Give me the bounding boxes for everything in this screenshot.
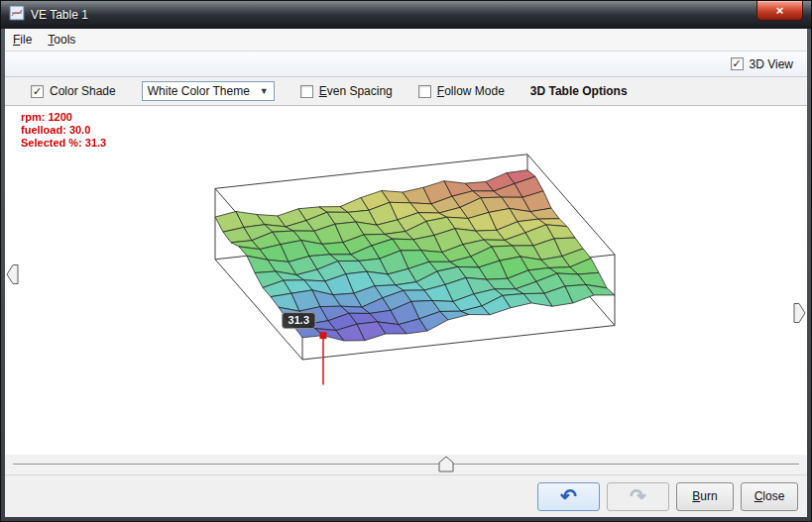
view-bar: ✓ 3D View <box>5 52 807 77</box>
window-content: File Tools ✓ 3D View ✓ Color Shade White… <box>5 29 807 517</box>
right-rotate-slider-thumb[interactable] <box>793 302 806 328</box>
readout-selected: Selected %: 31.3 <box>21 137 106 150</box>
menu-file[interactable]: File <box>5 30 40 50</box>
button-bar: ↶ ↷ Burn Close <box>5 474 807 517</box>
3d-view-checkbox[interactable]: ✓ <box>731 57 744 70</box>
follow-mode-checkbox[interactable] <box>418 85 431 98</box>
even-spacing-label: Even Spacing <box>319 84 393 98</box>
horizontal-slider-thumb[interactable] <box>438 456 454 476</box>
color-shade-checkbox[interactable]: ✓ <box>31 85 44 98</box>
menu-tools[interactable]: Tools <box>40 30 83 50</box>
color-shade-label: Color Shade <box>50 84 116 98</box>
3d-table-options-label[interactable]: 3D Table Options <box>530 84 628 98</box>
readout-fuelload: fuelload: 30.0 <box>21 124 106 137</box>
window-title: VE Table 1 <box>31 8 88 22</box>
undo-button[interactable]: ↶ <box>537 482 600 511</box>
burn-button[interactable]: Burn <box>676 482 734 511</box>
window-icon <box>9 5 25 25</box>
close-icon: × <box>776 3 784 18</box>
left-rotate-slider-thumb[interactable] <box>6 263 19 289</box>
redo-icon: ↷ <box>630 486 646 506</box>
cell-readout: rpm: 1200 fuelload: 30.0 Selected %: 31.… <box>21 111 106 150</box>
follow-mode-label: Follow Mode <box>437 84 505 98</box>
redo-button[interactable]: ↷ <box>607 482 669 511</box>
readout-rpm: rpm: 1200 <box>21 111 106 124</box>
undo-icon: ↶ <box>560 486 577 506</box>
titlebar[interactable]: VE Table 1 × <box>1 1 811 29</box>
color-theme-value: White Color Theme <box>148 84 250 98</box>
follow-mode-group[interactable]: Follow Mode <box>418 84 505 98</box>
even-spacing-checkbox[interactable] <box>300 85 313 98</box>
chevron-down-icon: ▼ <box>260 86 269 96</box>
close-window-button[interactable]: × <box>756 1 803 21</box>
ve-table-window: VE Table 1 × File Tools ✓ 3D View ✓ Colo… <box>0 0 812 522</box>
even-spacing-group[interactable]: Even Spacing <box>300 84 393 98</box>
horizontal-rotate-slider[interactable] <box>5 455 807 474</box>
menubar: File Tools <box>5 29 807 52</box>
toolbar: ✓ Color Shade White Color Theme ▼ Even S… <box>5 77 807 106</box>
close-button[interactable]: Close <box>741 482 798 511</box>
color-theme-select[interactable]: White Color Theme ▼ <box>142 81 275 101</box>
3d-view-label: 3D View <box>750 57 793 71</box>
surface-plot-canvas[interactable] <box>5 106 807 455</box>
color-shade-group[interactable]: ✓ Color Shade <box>31 84 116 98</box>
slider-track[interactable] <box>13 464 799 466</box>
plot-area: rpm: 1200 fuelload: 30.0 Selected %: 31.… <box>5 106 807 455</box>
